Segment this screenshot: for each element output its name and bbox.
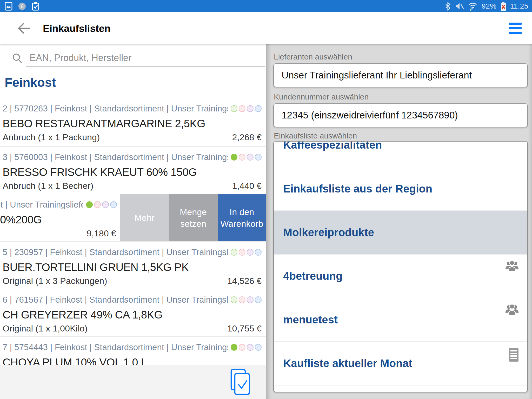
search-icon (11, 52, 23, 64)
product-packaging: Anbruch (1 x 1 Becher) (3, 181, 94, 191)
availability-dot (94, 201, 101, 208)
availability-dots (85, 201, 117, 208)
shopping-list-item[interactable]: Einkaufsliste aus der Region (274, 167, 527, 210)
search-input[interactable] (26, 49, 265, 67)
supplier-value: Unser Trainingslieferant Ihr Lieblingsli… (282, 70, 472, 81)
product-name: BEBO RESTAURANTMARGARINE 2,5KG (3, 117, 260, 130)
document-list-icon (509, 391, 519, 392)
availability-dot (255, 344, 262, 351)
availability-dot (255, 154, 262, 161)
swipe-actions: Mehr Menge setzen In den Warenkorb (120, 194, 266, 241)
product-price: 14,526 € (227, 276, 262, 286)
search-bar (0, 49, 266, 70)
availability-dot (231, 154, 237, 161)
product-name: BRESSO FRISCHK KRAEUT 60% 150G (3, 166, 260, 178)
availability-dot (247, 105, 254, 112)
menu-bar (509, 32, 522, 34)
svg-text:€: € (21, 3, 23, 9)
bluetooth-icon (445, 2, 451, 11)
product-row-content: t | Unser Trainingsliefer… 0%200G 9,180 … (0, 194, 120, 242)
availability-dot (239, 105, 245, 112)
more-button[interactable]: Mehr (120, 194, 169, 241)
product-price: 1,440 € (232, 181, 262, 191)
availability-dot (231, 249, 237, 256)
menu-bar (509, 23, 522, 25)
product-name: CH GREYERZER 49% CA 1,8KG (3, 309, 260, 321)
shopping-list-item[interactable]: Kaffeespezialitäten (274, 141, 527, 167)
shopping-list-picker: Kaffeespezialitäten Einkaufsliste aus de… (273, 141, 528, 392)
availability-dots (229, 105, 262, 112)
battery-percent: 92% (482, 2, 497, 10)
supplier-dropdown[interactable]: Unser Trainingslieferant Ihr Lieblingsli… (273, 63, 528, 87)
product-name: BUER.TORTELLINI GRUEN 1,5KG PK (3, 261, 260, 274)
product-meta: 5 | 230957 | Feinkost | Standardsortimen… (3, 247, 228, 257)
availability-dot (239, 249, 245, 256)
availability-dot (239, 344, 245, 351)
shared-list-people-icon (505, 304, 519, 315)
app-header: Einkaufslisten (0, 12, 532, 44)
shared-list-people-icon (505, 260, 519, 272)
multi-select-icon[interactable] (230, 368, 250, 395)
supplier-label: Lieferanten auswählen (274, 52, 352, 61)
bottom-action-bar (0, 365, 266, 399)
shopping-list-item[interactable] (274, 385, 527, 392)
customer-number-dropdown[interactable]: 12345 (einszweidreivierfünf 1234567890) (273, 103, 528, 127)
product-name: 0%200G (0, 214, 117, 226)
clipboard-check-notification-icon (31, 2, 40, 11)
product-meta: t | Unser Trainingsliefer… (1, 200, 83, 210)
wifi-icon (468, 2, 478, 11)
mute-icon (455, 2, 464, 11)
customer-number-label: Kundennummer auswählen (274, 92, 369, 101)
availability-dot (247, 296, 254, 303)
back-button[interactable] (17, 22, 31, 35)
availability-dot (231, 344, 237, 351)
availability-dot (239, 296, 245, 303)
shopping-list-item[interactable]: menuetest (274, 298, 527, 341)
app-screen: € 92% (0, 0, 532, 399)
product-packaging: Anbruch (1 x 1 Packung) (3, 132, 100, 142)
availability-dot (110, 201, 117, 208)
availability-dots (229, 344, 262, 351)
availability-dot (255, 296, 262, 303)
menu-bar (509, 27, 522, 29)
product-meta: 6 | 761567 | Feinkost | Standardsortimen… (3, 295, 228, 305)
availability-dot (102, 201, 109, 208)
battery-icon (500, 2, 507, 11)
availability-dot (86, 201, 93, 208)
availability-dot (231, 296, 237, 303)
shopping-list-label: Einkaufsliste auswählen (274, 131, 357, 140)
status-time: 11:25 (510, 2, 529, 10)
availability-dot (231, 105, 237, 112)
availability-dot (247, 154, 254, 161)
document-list-icon (509, 348, 519, 362)
add-to-cart-button[interactable]: In den Warenkorb (218, 194, 266, 241)
availability-dots (229, 154, 262, 161)
product-list-panel: Feinkost 2 | 5770263 | Feinkost | Standa… (0, 44, 266, 399)
product-meta: 2 | 5770263 | Feinkost | Standardsortime… (3, 104, 228, 114)
product-row-swiped[interactable]: t | Unser Trainingsliefer… 0%200G 9,180 … (0, 194, 266, 242)
availability-dot (239, 154, 245, 161)
availability-dot (255, 105, 262, 112)
shopping-list-item-selected[interactable]: Molkereiprodukte (274, 210, 527, 254)
category-heading: Feinkost (5, 75, 56, 90)
euro-notification-icon: € (18, 2, 26, 11)
product-row[interactable]: 5 | 230957 | Feinkost | Standardsortimen… (0, 241, 266, 289)
set-quantity-button[interactable]: Menge setzen (169, 194, 218, 241)
customer-number-value: 12345 (einszweidreivierfünf 1234567890) (282, 110, 458, 121)
product-row[interactable]: 3 | 5760003 | Feinkost | Standardsortime… (0, 146, 266, 194)
product-price: 2,268 € (232, 132, 262, 142)
page-title: Einkaufslisten (43, 23, 110, 34)
gallery-notification-icon (4, 2, 13, 11)
menu-button[interactable] (509, 23, 522, 34)
shopping-list-item[interactable]: 4betreuung (274, 254, 527, 298)
availability-dot (247, 344, 254, 351)
product-packaging: Original (1 x 1,00Kilo) (3, 323, 88, 334)
product-row[interactable]: 6 | 761567 | Feinkost | Standardsortimen… (0, 289, 266, 337)
product-price: 10,755 € (227, 323, 262, 334)
product-price: 9,180 € (87, 228, 116, 238)
shopping-list-item[interactable]: Kaufliste aktueller Monat (274, 341, 527, 385)
product-row[interactable]: 2 | 5770263 | Feinkost | Standardsortime… (0, 98, 266, 146)
product-meta: 7 | 5754443 | Feinkost | Standardsortime… (3, 342, 228, 352)
product-meta: 3 | 5760003 | Feinkost | Standardsortime… (3, 152, 228, 162)
availability-dots (229, 296, 262, 303)
